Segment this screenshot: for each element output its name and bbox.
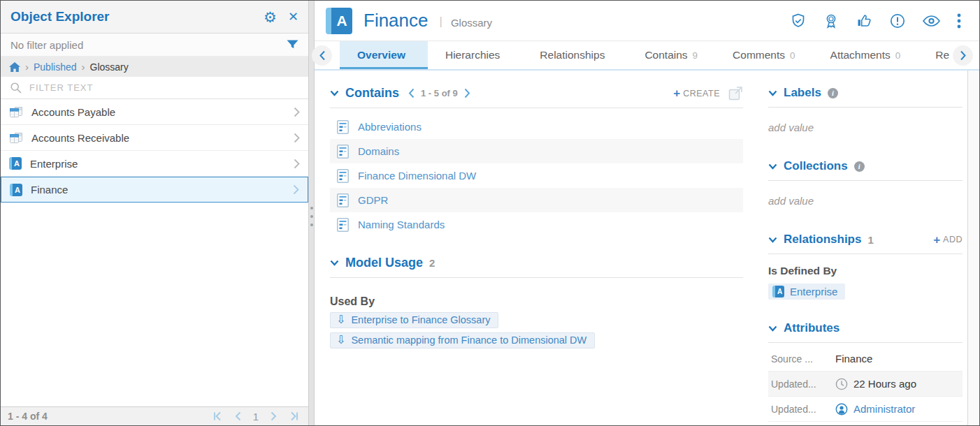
tab-overview[interactable]: Overview (340, 41, 428, 69)
contains-item-finance-dimensional-dw[interactable]: Finance Dimensional DW (330, 163, 743, 188)
eye-icon[interactable] (922, 13, 941, 29)
plus-icon: + (933, 234, 940, 246)
glossary-book-icon: A (10, 184, 22, 196)
thumbs-up-icon[interactable] (856, 13, 873, 29)
contains-item-abbreviations[interactable]: Abbreviations (330, 115, 743, 139)
collections-section-header: Collections i (768, 159, 963, 173)
attributes-section-header: Attributes (768, 321, 963, 335)
info-icon[interactable]: i (854, 161, 865, 172)
clock-icon (835, 378, 848, 390)
chevron-right-icon (294, 133, 300, 143)
breadcrumb-link-published[interactable]: Published (34, 61, 77, 73)
prev-page-icon[interactable] (235, 411, 241, 421)
contains-list: Abbreviations Domains Finance Dimensiona… (330, 115, 743, 237)
collapse-chevron-icon[interactable] (768, 237, 777, 243)
catalog-icon (9, 106, 23, 118)
user-link[interactable]: Administrator (835, 403, 915, 416)
header-action-icons (790, 13, 968, 29)
create-button[interactable]: + CREATE (673, 87, 720, 99)
add-relationship-button[interactable]: + ADD (933, 234, 963, 246)
tab-hierarchies[interactable]: Hierarchies (428, 41, 522, 69)
pagination-controls: 1 (213, 411, 301, 423)
last-page-icon[interactable] (289, 411, 298, 421)
collapse-chevron-icon[interactable] (768, 90, 777, 96)
next-page-icon[interactable] (271, 411, 277, 421)
divider (768, 107, 963, 108)
panel-splitter[interactable] (308, 1, 315, 425)
mapping-chip-enterprise-to-finance[interactable]: ⇩ Enterprise to Finance Glossary (330, 312, 498, 328)
glossary-book-icon: A (772, 286, 784, 298)
catalog-icon (9, 132, 23, 144)
first-page-icon[interactable] (213, 411, 223, 421)
labels-add-value[interactable]: add value (768, 122, 963, 133)
divider (330, 277, 743, 278)
object-explorer-panel: Object Explorer ⚙ ✕ No filter applied › … (1, 1, 308, 425)
prev-page-icon[interactable] (408, 88, 415, 98)
breadcrumb-current: Glossary (90, 61, 129, 73)
document-icon (337, 218, 349, 232)
mapping-arrow-icon: ⇩ (336, 314, 345, 325)
attribute-row-updated-by: Updated... Administrator (768, 397, 963, 422)
search-icon (10, 82, 22, 94)
breadcrumb-separator: › (82, 61, 85, 73)
collapse-chevron-icon[interactable] (330, 260, 339, 266)
object-explorer-header: Object Explorer ⚙ ✕ (1, 1, 308, 34)
filter-funnel-icon[interactable] (287, 40, 298, 50)
document-icon (337, 145, 349, 159)
collapse-chevron-icon[interactable] (768, 163, 777, 170)
mapping-chip-semantic-mapping[interactable]: ⇩ Semantic mapping from Finance to Dimen… (330, 332, 595, 348)
list-item-finance[interactable]: A Finance (1, 177, 308, 203)
list-item-accounts-receivable[interactable]: Accounts Receivable (1, 125, 308, 151)
tabs-scroll-right-button[interactable] (953, 45, 973, 66)
collapse-chevron-icon[interactable] (330, 90, 339, 96)
labels-section-header: Labels i (768, 86, 963, 100)
shield-check-icon[interactable] (790, 13, 807, 29)
tab-comments[interactable]: Comments0 (715, 41, 812, 69)
settings-gear-icon[interactable]: ⚙ (264, 10, 277, 24)
list-item-enterprise[interactable]: A Enterprise (1, 151, 308, 177)
user-avatar-icon (835, 403, 848, 416)
section-count: 1 (867, 234, 873, 246)
section-title: Collections (784, 159, 848, 173)
current-page: 1 (253, 411, 259, 423)
close-icon[interactable]: ✕ (288, 10, 298, 23)
related-glossary-chip-enterprise[interactable]: A Enterprise (768, 284, 845, 300)
filter-text-input[interactable] (29, 82, 298, 93)
home-icon[interactable] (9, 62, 20, 72)
info-icon[interactable]: i (828, 88, 838, 98)
object-list: Accounts Payable Accounts Receivable A E… (1, 99, 308, 203)
attribute-value: Finance (835, 353, 872, 365)
result-range: 1 - 4 of 4 (8, 411, 213, 422)
list-item-label: Accounts Receivable (31, 132, 129, 144)
next-page-icon[interactable] (464, 88, 470, 98)
attribute-row-source: Source ... Finance (768, 346, 963, 372)
contains-item-gdpr[interactable]: GDPR (330, 188, 743, 212)
attributes-table: Source ... Finance Updated... 22 Hours a… (768, 346, 963, 422)
overview-content: Contains 1 - 5 of 9 + CREATE (315, 72, 967, 425)
collections-add-value[interactable]: add value (768, 195, 963, 207)
document-icon (337, 193, 349, 207)
kebab-menu-icon[interactable] (957, 13, 961, 29)
section-title: Relationships (784, 233, 861, 247)
tabs-scroll-left-button[interactable] (312, 45, 332, 66)
alert-circle-icon[interactable] (889, 13, 906, 29)
open-in-new-icon[interactable] (728, 86, 743, 101)
tab-relationships[interactable]: Relationships (522, 41, 627, 69)
contains-tools: + CREATE (673, 86, 743, 101)
filter-status-bar: No filter applied (1, 34, 308, 57)
tab-contains[interactable]: Contains9 (627, 41, 715, 69)
title-separator: | (440, 15, 442, 29)
divider (768, 180, 963, 181)
award-ribbon-icon[interactable] (823, 13, 840, 29)
used-by-label: Used By (330, 295, 743, 308)
vertical-scrollbar[interactable] (967, 71, 979, 425)
tab-attachments[interactable]: Attachments0 (813, 41, 918, 69)
list-item-label: Finance (31, 184, 68, 196)
tabs: Overview Hierarchies Relationships Conta… (340, 41, 979, 69)
contains-item-domains[interactable]: Domains (330, 139, 743, 163)
asset-type-label: Glossary (451, 17, 492, 29)
contains-item-naming-standards[interactable]: Naming Standards (330, 212, 743, 237)
list-item-accounts-payable[interactable]: Accounts Payable (1, 99, 308, 125)
collapse-chevron-icon[interactable] (768, 325, 777, 332)
divider (330, 108, 743, 108)
